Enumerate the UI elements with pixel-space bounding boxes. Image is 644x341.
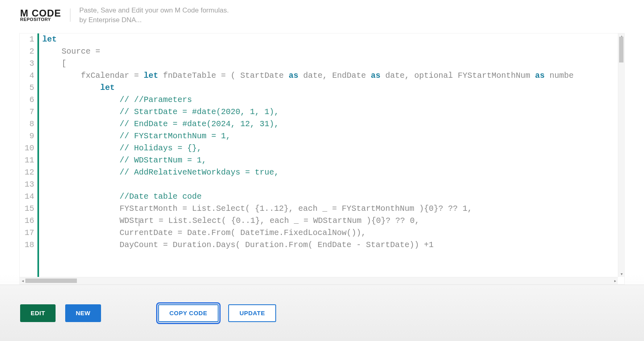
line-number: 4: [20, 70, 34, 82]
edit-button[interactable]: EDIT: [20, 304, 56, 322]
line-number: 5: [20, 82, 34, 94]
line-number: 18: [20, 239, 34, 251]
code-line[interactable]: let: [42, 33, 624, 46]
app-logo: M CODE REPOSITORY: [20, 8, 70, 22]
code-line[interactable]: DayCount = Duration.Days( Duration.From(…: [42, 239, 624, 251]
copy-code-button[interactable]: COPY CODE: [158, 304, 219, 322]
code-editor[interactable]: 123456789101112131415161718 let Source =…: [19, 33, 625, 285]
code-line[interactable]: WDStart = List.Select( {0..1}, each _ = …: [42, 215, 624, 227]
code-line[interactable]: FYStartMonth = List.Select( {1..12}, eac…: [42, 203, 624, 215]
line-number: 6: [20, 94, 34, 106]
line-number-gutter: 123456789101112131415161718: [20, 33, 37, 284]
code-line[interactable]: // WDStartNum = 1,: [42, 154, 624, 166]
horizontal-scrollbar[interactable]: ◂ ▸: [20, 277, 618, 284]
new-button[interactable]: NEW: [65, 304, 101, 322]
line-number: 9: [20, 130, 34, 142]
update-button[interactable]: UPDATE: [228, 304, 277, 322]
horizontal-scroll-thumb[interactable]: [25, 279, 77, 283]
line-number: 8: [20, 118, 34, 130]
code-line[interactable]: // StartDate = #date(2020, 1, 1),: [42, 106, 624, 118]
app-header: M CODE REPOSITORY Paste, Save and Edit y…: [0, 0, 644, 29]
line-number: 12: [20, 166, 34, 179]
line-number: 1: [20, 33, 34, 46]
code-line[interactable]: // EndDate = #date(2024, 12, 31),: [42, 118, 624, 130]
vertical-scroll-thumb[interactable]: [619, 37, 623, 62]
line-number: 15: [20, 203, 34, 215]
code-line[interactable]: let: [42, 82, 624, 94]
line-number: 3: [20, 58, 34, 70]
line-number: 2: [20, 46, 34, 58]
action-toolbar: EDIT NEW COPY CODE UPDATE: [0, 285, 644, 341]
line-number: 11: [20, 154, 34, 166]
code-line[interactable]: // //Parameters: [42, 94, 624, 106]
text-caret: [139, 218, 139, 226]
code-line[interactable]: // FYStartMonthNum = 1,: [42, 130, 624, 142]
code-line[interactable]: //Date table code: [42, 191, 624, 203]
code-line[interactable]: fxCalendar = let fnDateTable = ( StartDa…: [42, 70, 624, 82]
tagline-line1: Paste, Save and Edit your own M Code for…: [79, 6, 229, 15]
scroll-left-icon[interactable]: ◂: [20, 278, 25, 284]
line-number: 16: [20, 215, 34, 227]
tagline-line2: by Enterprise DNA...: [79, 15, 229, 25]
code-line[interactable]: Source =: [42, 46, 624, 58]
line-number: 13: [20, 179, 34, 191]
code-line[interactable]: [: [42, 58, 624, 70]
line-number: 10: [20, 142, 34, 154]
scroll-right-icon[interactable]: ▸: [612, 278, 618, 284]
code-line[interactable]: [42, 179, 624, 191]
app-tagline: Paste, Save and Edit your own M Code for…: [79, 6, 229, 25]
vertical-scrollbar[interactable]: ▴ ▾: [618, 33, 624, 277]
line-number: 17: [20, 227, 34, 239]
logo-subtitle: REPOSITORY: [20, 17, 61, 22]
code-line[interactable]: // AddRelativeNetWorkdays = true,: [42, 166, 624, 179]
scroll-down-icon[interactable]: ▾: [619, 271, 624, 277]
line-number: 7: [20, 106, 34, 118]
code-content[interactable]: let Source = [ fxCalendar = let fnDateTa…: [39, 33, 624, 284]
code-line[interactable]: CurrentDate = Date.From( DateTime.FixedL…: [42, 227, 624, 239]
code-line[interactable]: // Holidays = {},: [42, 142, 624, 154]
line-number: 14: [20, 191, 34, 203]
